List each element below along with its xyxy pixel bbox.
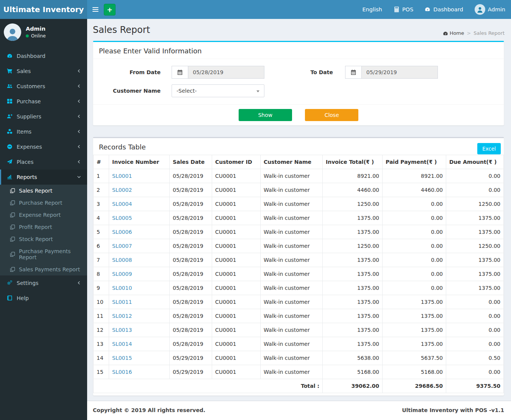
table-cell: 0.00 [383,225,446,239]
sidebar-item-reports[interactable]: Reports [0,170,87,185]
sidebar-item-expenses[interactable]: Expenses [0,139,87,154]
sidebar-item-customers[interactable]: Customers [0,79,87,94]
table-cell: 0.00 [446,309,504,323]
table-row: 12SL001305/28/2019CU0001Walk-in customer… [94,323,504,337]
table-row: 10SL001105/28/2019CU0001Walk-in customer… [94,295,504,309]
invoice-link[interactable]: SL0010 [112,285,132,291]
sidebar-subitem-expense-report[interactable]: Expense Report [0,209,87,221]
table-cell: 1375.00 [323,267,383,281]
sidebar-subitem-purchase-payments-report[interactable]: Purchase Payments Report [0,245,87,263]
column-header: Invoice Number [109,155,170,169]
table-cell: 1375.00 [323,309,383,323]
table-cell: CU0001 [212,309,261,323]
invoice-link[interactable]: SL0002 [112,187,132,193]
table-row: 15SL001605/29/2019CU0001Walk-in customer… [94,365,504,379]
table-cell: 4 [94,211,109,225]
table-cell: 0.00 [383,211,446,225]
sidebar-subitem-sales-payments-report[interactable]: Sales Payments Report [0,263,87,275]
bar-chart-icon [7,174,13,180]
sidebar-item-places[interactable]: Places [0,154,87,170]
invoice-link[interactable]: SL0006 [112,229,132,235]
table-row: 14SL001505/29/2019CU0001Walk-in customer… [94,351,504,365]
table-row: 7SL000805/28/2019CU0001Walk-in customer1… [94,253,504,267]
table-cell: 0.00 [446,337,504,351]
show-button[interactable]: Show [239,109,292,121]
sidebar-subitem-sales-report[interactable]: Sales Report [0,185,87,197]
table-cell: 1375.00 [446,281,504,295]
footer-copyright: Copyright © 2019 All rights reserved. [93,407,205,413]
invoice-cell: SL0005 [109,211,170,225]
table-cell: CU0001 [212,183,261,197]
invoice-cell: SL0011 [109,295,170,309]
table-cell: Walk-in customer [261,351,323,365]
quick-add-button[interactable]: + [104,4,116,16]
records-panel-title: Records Table [99,143,498,151]
table-cell: 7 [94,253,109,267]
breadcrumb-home[interactable]: Home [443,30,464,36]
nav-item-dashboard[interactable]: Dashboard [419,0,469,19]
content-wrapper: Sales Report Home > Sales Report Please … [87,0,511,401]
sidebar-item-suppliers[interactable]: Suppliers [0,109,87,124]
close-button[interactable]: Close [305,109,358,121]
sidebar-item-purchase[interactable]: Purchase [0,94,87,109]
sidebar-subitem-stock-report[interactable]: Stock Report [0,233,87,245]
sidebar-item-items[interactable]: Items [0,124,87,139]
sidebar-item-dashboard[interactable]: Dashboard [0,48,87,64]
table-row: 5SL000605/28/2019CU0001Walk-in customer1… [94,225,504,239]
sidebar-subitem-label: Purchase Report [19,200,62,206]
table-row: 11SL001205/28/2019CU0001Walk-in customer… [94,309,504,323]
sidebar-toggle-button[interactable] [87,0,104,19]
sidebar-item-help[interactable]: Help [0,291,87,306]
online-dot-icon [26,34,29,37]
breadcrumb-current: Sales Report [473,30,505,36]
invoice-link[interactable]: SL0012 [112,313,132,319]
users-icon [7,83,13,89]
table-row: 1SL000105/28/2019CU0001Walk-in customer8… [94,169,504,183]
excel-export-button[interactable]: Excel [477,143,501,154]
invoice-link[interactable]: SL0016 [112,369,132,375]
table-cell: 0.00 [383,267,446,281]
table-cell: 3 [94,197,109,211]
nav-item-pos[interactable]: POS [388,0,419,19]
invoice-link[interactable]: SL0008 [112,257,132,263]
table-cell: 4460.00 [383,183,446,197]
sidebar-item-label: Reports [17,174,37,180]
sidebar-subitem-purchase-report[interactable]: Purchase Report [0,197,87,209]
invoice-link[interactable]: SL0014 [112,341,132,347]
table-cell: CU0001 [212,351,261,365]
invoice-cell: SL0001 [109,169,170,183]
sidebar-item-sales[interactable]: Sales [0,64,87,79]
to-date-input[interactable] [361,66,438,79]
table-cell: CU0001 [212,197,261,211]
table-cell: Walk-in customer [261,309,323,323]
table-cell: Walk-in customer [261,183,323,197]
chevron-left-icon [77,281,81,285]
invoice-link[interactable]: SL0005 [112,215,132,221]
nav-item-admin[interactable]: Admin [469,0,511,19]
invoice-link[interactable]: SL0013 [112,327,132,333]
from-date-input[interactable] [188,66,264,79]
gauge-icon [7,53,13,59]
sidebar-item-settings[interactable]: Settings [0,275,87,291]
invoice-link[interactable]: SL0009 [112,271,132,277]
invoice-cell: SL0015 [109,351,170,365]
nav-item-label: POS [402,6,413,12]
invoice-link[interactable]: SL0001 [112,173,132,179]
copy-icon [10,200,16,206]
table-cell: 1250.00 [323,197,383,211]
sidebar-subitem-profit-report[interactable]: Profit Report [0,221,87,233]
invoice-link[interactable]: SL0007 [112,243,132,249]
table-cell: 1250.00 [323,239,383,253]
nav-item-english[interactable]: English [356,0,388,19]
brand-logo[interactable]: Ultimate Inventory [0,0,87,19]
top-navbar: + EnglishPOSDashboardAdmin [87,0,511,19]
user-name: Admin [26,26,45,32]
invoice-link[interactable]: SL0004 [112,201,132,207]
user-panel: Admin Online [0,19,87,46]
table-cell: 1250.00 [446,197,504,211]
invoice-link[interactable]: SL0011 [112,299,132,305]
table-cell: 1375.00 [446,253,504,267]
home-icon [443,31,448,36]
invoice-link[interactable]: SL0015 [112,355,132,361]
customer-select[interactable]: -Select- [172,84,264,97]
